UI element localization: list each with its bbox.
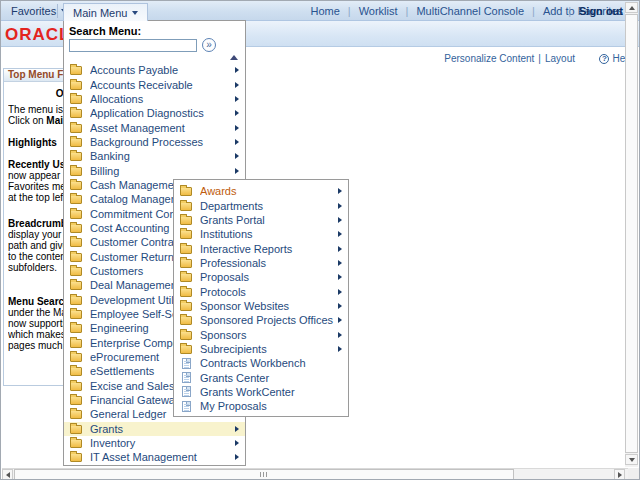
folder-icon: [70, 210, 82, 219]
submenu-item[interactable]: Contracts Workbench: [174, 356, 348, 370]
submenu-item[interactable]: Subrecipients: [174, 342, 348, 356]
submenu-arrow-icon: [338, 303, 342, 309]
folder-icon: [70, 138, 82, 147]
submenu-item-label: Sponsored Projects Offices: [200, 314, 334, 326]
submenu-arrow-icon: [338, 203, 342, 209]
submenu-arrow-icon: [235, 153, 239, 159]
submenu-item-label: Grants WorkCenter: [200, 386, 334, 398]
search-go-button[interactable]: »: [202, 38, 216, 52]
submenu-arrow-icon: [235, 82, 239, 88]
menu-item[interactable]: Allocations: [64, 92, 245, 106]
menu-scroll-up-button[interactable]: [64, 52, 245, 63]
scrollbar-corner: [628, 468, 640, 480]
folder-icon: [70, 81, 82, 90]
horizontal-scrollbar-thumb[interactable]: [14, 469, 514, 480]
submenu-item[interactable]: Grants Center: [174, 370, 348, 384]
submenu-item[interactable]: Institutions: [174, 227, 348, 241]
submenu-arrow-icon: [338, 274, 342, 280]
folder-icon: [70, 339, 82, 348]
nav-link[interactable]: Home: [310, 5, 339, 17]
folder-icon: [70, 195, 82, 204]
scroll-up-button[interactable]: [625, 2, 638, 13]
menu-item[interactable]: Accounts Receivable: [64, 77, 245, 91]
search-input[interactable]: [69, 39, 197, 52]
menu-item-label: Banking: [90, 150, 231, 162]
main-menu-label: Main Menu: [73, 7, 127, 19]
grants-submenu-list: Awards Departments: [174, 184, 348, 414]
menu-item[interactable]: Asset Management: [64, 120, 245, 134]
submenu-item-label: Departments: [200, 200, 334, 212]
scroll-right-button[interactable]: [614, 469, 625, 480]
submenu-arrow-icon: [338, 289, 342, 295]
menu-item[interactable]: Inventory: [64, 436, 245, 450]
submenu-item[interactable]: Grants Portal: [174, 213, 348, 227]
menu-item[interactable]: Billing: [64, 163, 245, 177]
menu-item-label: Billing: [90, 165, 231, 177]
submenu-item[interactable]: Protocols: [174, 284, 348, 298]
menu-item-label: Allocations: [90, 93, 231, 105]
submenu-arrow-icon: [235, 67, 239, 73]
submenu-arrow-icon: [235, 139, 239, 145]
submenu-item[interactable]: Interactive Reports: [174, 241, 348, 255]
folder-icon: [180, 331, 192, 340]
folder-icon: [70, 425, 82, 434]
submenu-item-label: Proposals: [200, 271, 334, 283]
submenu-item-label: Interactive Reports: [200, 243, 334, 255]
submenu-item-label: Institutions: [200, 228, 334, 240]
sign-out-link[interactable]: Sign out: [560, 5, 623, 17]
folder-icon: [70, 410, 82, 419]
personalize-links: Personalize ContentLayout: [444, 53, 575, 64]
submenu-item-label: Subrecipients: [200, 343, 334, 355]
vertical-scrollbar[interactable]: [625, 2, 638, 467]
favorites-menu-tab[interactable]: Favorites: [11, 1, 67, 21]
folder-icon: [70, 253, 82, 262]
submenu-item[interactable]: Professionals: [174, 256, 348, 270]
submenu-arrow-icon: [338, 188, 342, 194]
submenu-item[interactable]: Sponsored Projects Offices: [174, 313, 348, 327]
menu-item[interactable]: Background Processes: [64, 135, 245, 149]
horizontal-scrollbar[interactable]: [2, 468, 628, 480]
nav-link[interactable]: Worklist: [340, 5, 398, 17]
folder-icon: [180, 230, 192, 239]
submenu-item[interactable]: Grants WorkCenter: [174, 385, 348, 399]
submenu-arrow-icon: [338, 231, 342, 237]
submenu-item[interactable]: Sponsors: [174, 327, 348, 341]
folder-icon: [70, 238, 82, 247]
scrollbar-grip-icon: [260, 472, 268, 477]
folder-icon: [70, 367, 82, 376]
nav-link[interactable]: MultiChannel Console: [398, 5, 524, 17]
folder-icon: [70, 324, 82, 333]
menu-item[interactable]: Accounts Payable: [64, 63, 245, 77]
submenu-arrow-icon: [235, 110, 239, 116]
menu-item[interactable]: IT Asset Management: [64, 450, 245, 464]
submenu-item[interactable]: My Proposals: [174, 399, 348, 413]
menu-item[interactable]: Banking: [64, 149, 245, 163]
folder-icon: [70, 281, 82, 290]
favorites-label: Favorites: [11, 5, 56, 17]
scroll-left-button[interactable]: [2, 469, 13, 480]
submenu-item[interactable]: Awards: [174, 184, 348, 198]
menu-item[interactable]: Application Diagnostics: [64, 106, 245, 120]
submenu-item-label: Sponsors: [200, 329, 334, 341]
scroll-down-button[interactable]: [625, 454, 638, 465]
folder-icon: [70, 439, 82, 448]
folder-icon: [180, 245, 192, 254]
folder-icon: [70, 396, 82, 405]
submenu-item[interactable]: Departments: [174, 198, 348, 212]
folder-icon: [70, 267, 82, 276]
personalize-link[interactable]: Layout: [534, 53, 575, 64]
menu-item-label: Accounts Receivable: [90, 79, 231, 91]
folder-icon: [180, 216, 192, 225]
menu-item-label: Accounts Payable: [90, 64, 231, 76]
main-menu-tab[interactable]: Main Menu: [63, 3, 148, 21]
submenu-item[interactable]: Proposals: [174, 270, 348, 284]
submenu-item[interactable]: Sponsor Websites: [174, 299, 348, 313]
search-row: »: [69, 38, 240, 52]
submenu-arrow-icon: [338, 317, 342, 323]
vertical-scrollbar-thumb[interactable]: [625, 14, 638, 453]
triangle-down-icon: [629, 458, 635, 462]
question-circle-icon: ?: [599, 54, 609, 64]
menu-item[interactable]: Grants: [64, 422, 245, 436]
personalize-link[interactable]: Personalize Content: [444, 53, 534, 64]
submenu-arrow-icon: [338, 346, 342, 352]
